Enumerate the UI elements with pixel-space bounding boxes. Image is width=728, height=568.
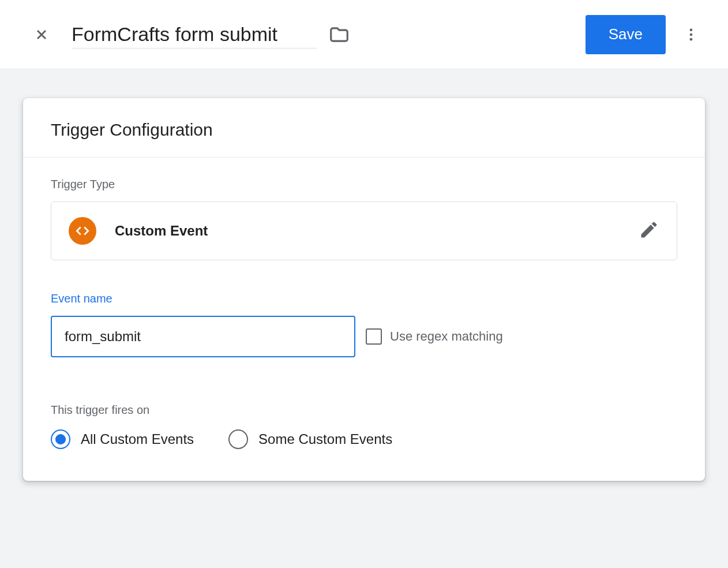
folder-icon[interactable] — [328, 24, 350, 46]
svg-point-0 — [690, 28, 693, 31]
title-container — [72, 21, 586, 48]
trigger-name-input[interactable] — [72, 21, 317, 48]
radio-all-custom-events[interactable]: All Custom Events — [51, 429, 194, 449]
regex-checkbox[interactable]: Use regex matching — [366, 328, 503, 345]
close-button[interactable] — [29, 22, 54, 47]
card-title: Trigger Configuration — [51, 120, 677, 140]
radio-label: All Custom Events — [81, 431, 194, 447]
content-area: Trigger Configuration Trigger Type Custo… — [0, 69, 728, 568]
card-body: Trigger Type Custom Event Event name — [23, 158, 705, 481]
header-actions: Save — [586, 15, 705, 54]
trigger-type-value: Custom Event — [115, 223, 620, 239]
svg-point-2 — [690, 38, 693, 40]
close-icon — [33, 27, 50, 43]
event-name-label: Event name — [51, 292, 677, 305]
edit-icon[interactable] — [639, 219, 659, 242]
svg-point-1 — [690, 33, 693, 36]
page-header: Save — [0, 0, 728, 69]
event-name-row: Use regex matching — [51, 316, 677, 357]
trigger-type-selector[interactable]: Custom Event — [51, 201, 677, 260]
trigger-type-label: Trigger Type — [51, 178, 677, 191]
more-vert-icon — [683, 27, 699, 43]
more-menu-button[interactable] — [677, 21, 705, 48]
card-header: Trigger Configuration — [23, 98, 705, 158]
regex-checkbox-label: Use regex matching — [390, 329, 503, 344]
fires-on-label: This trigger fires on — [51, 403, 677, 417]
event-name-input[interactable] — [51, 316, 355, 357]
radio-icon — [51, 429, 70, 449]
radio-some-custom-events[interactable]: Some Custom Events — [228, 429, 392, 449]
trigger-config-card: Trigger Configuration Trigger Type Custo… — [23, 98, 705, 481]
save-button[interactable]: Save — [586, 15, 666, 54]
fires-on-radio-group: All Custom Events Some Custom Events — [51, 429, 677, 449]
checkbox-icon — [366, 328, 382, 345]
radio-icon — [228, 429, 248, 449]
custom-event-icon — [69, 217, 96, 245]
radio-label: Some Custom Events — [258, 431, 392, 447]
